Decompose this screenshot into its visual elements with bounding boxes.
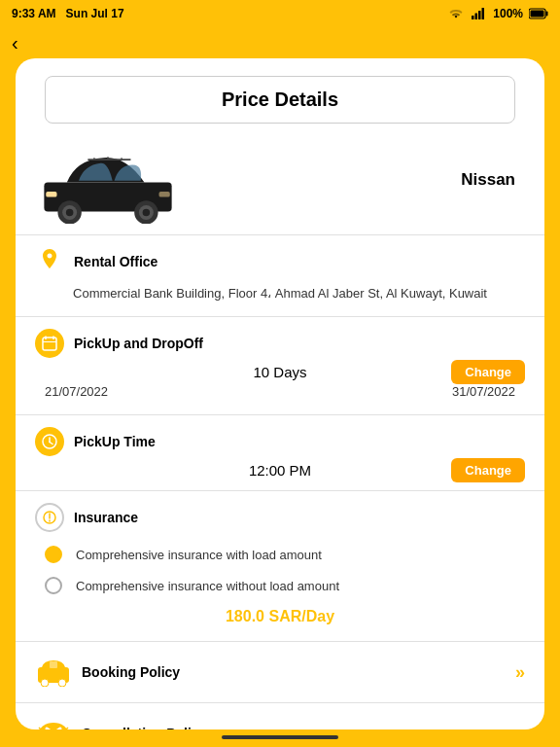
- car-booking-icon: [35, 654, 72, 691]
- booking-policy-chevron: »: [515, 662, 525, 683]
- location-icon: [35, 247, 64, 276]
- svg-point-32: [39, 723, 68, 729]
- rental-office-address: Commercial Bank Building, Floor 4، Ahmad…: [35, 282, 525, 304]
- days-count: 10 Days: [253, 364, 306, 380]
- pickup-time-value: 12:00 PM: [249, 462, 311, 479]
- calendar-icon: [35, 329, 64, 358]
- battery-level: 100%: [493, 7, 523, 20]
- start-date: 21/07/2022: [45, 384, 108, 399]
- insurance-section: Insurance Comprehensive insurance with l…: [16, 491, 544, 642]
- top-bar: ‹: [0, 27, 560, 58]
- cancel-icon: [35, 715, 72, 729]
- pickup-time-section: PickUp Time 12:00 PM Change: [16, 415, 544, 491]
- svg-point-10: [66, 209, 74, 217]
- radio-filled: [45, 546, 62, 563]
- svg-rect-0: [472, 16, 474, 19]
- svg-point-13: [143, 209, 151, 217]
- cancellation-policy-chevron: »: [515, 724, 525, 730]
- svg-line-26: [50, 443, 52, 445]
- wifi-icon: [448, 8, 464, 19]
- svg-rect-15: [159, 192, 170, 197]
- page-title: Price Details: [222, 89, 338, 110]
- insurance-label: Insurance: [74, 510, 138, 525]
- change-time-btn[interactable]: Change: [451, 458, 525, 482]
- insurance-icon: [35, 503, 64, 532]
- insurance-option-2[interactable]: Comprehensive insurance without load amo…: [35, 573, 525, 598]
- car-svg: [35, 141, 181, 224]
- svg-rect-3: [482, 8, 485, 19]
- pickup-dropoff-label: PickUp and DropOff: [74, 336, 203, 351]
- status-time: 9:33 AM: [12, 7, 56, 20]
- svg-point-30: [58, 679, 66, 687]
- status-bar: 9:33 AM Sun Jul 17 100%: [0, 0, 560, 27]
- signal-icon: [472, 8, 485, 19]
- status-date: Sun Jul 17: [66, 7, 124, 20]
- booking-policy-label: Booking Policy: [82, 664, 515, 680]
- svg-rect-6: [531, 11, 544, 18]
- back-button[interactable]: ‹: [12, 32, 18, 54]
- price-details-header: Price Details: [45, 76, 515, 124]
- svg-rect-20: [43, 338, 56, 350]
- svg-rect-2: [478, 11, 481, 19]
- radio-empty: [45, 577, 62, 594]
- car-image: [35, 141, 171, 219]
- insurance-option-1[interactable]: Comprehensive insurance with load amount: [35, 542, 525, 567]
- end-date: 31/07/2022: [452, 384, 515, 399]
- rental-office-section: Rental Office Commercial Bank Building, …: [16, 235, 544, 317]
- svg-rect-31: [50, 661, 57, 668]
- battery-icon: [529, 8, 548, 19]
- time-row: 12:00 PM Change: [35, 462, 525, 479]
- bottom-indicator: [222, 735, 338, 739]
- booking-policy-row[interactable]: Booking Policy »: [16, 642, 544, 703]
- days-row: 10 Days Change: [35, 364, 525, 380]
- change-pickup-btn[interactable]: Change: [451, 360, 525, 384]
- cancellation-policy-label: Cancellation Policy: [82, 726, 515, 729]
- svg-point-29: [41, 679, 49, 687]
- insurance-option-1-label: Comprehensive insurance with load amount: [76, 548, 322, 562]
- svg-rect-5: [546, 12, 548, 17]
- pickup-time-label: PickUp Time: [74, 434, 156, 449]
- car-name: Nissan: [461, 170, 515, 190]
- insurance-option-2-label: Comprehensive insurance without load amo…: [76, 579, 339, 593]
- cancellation-policy-row[interactable]: Cancellation Policy »: [16, 703, 544, 729]
- rental-office-label: Rental Office: [74, 254, 158, 269]
- clock-icon: [35, 427, 64, 456]
- svg-rect-14: [46, 192, 56, 197]
- pickup-dropoff-section: PickUp and DropOff 10 Days Change 21/07/…: [16, 317, 544, 415]
- car-section: Nissan: [16, 133, 544, 235]
- price-per-day: 180.0 SAR/Day: [35, 598, 525, 629]
- main-card: Price Details: [16, 58, 544, 729]
- svg-rect-1: [475, 14, 478, 20]
- dates-row: 21/07/2022 31/07/2022: [35, 380, 525, 403]
